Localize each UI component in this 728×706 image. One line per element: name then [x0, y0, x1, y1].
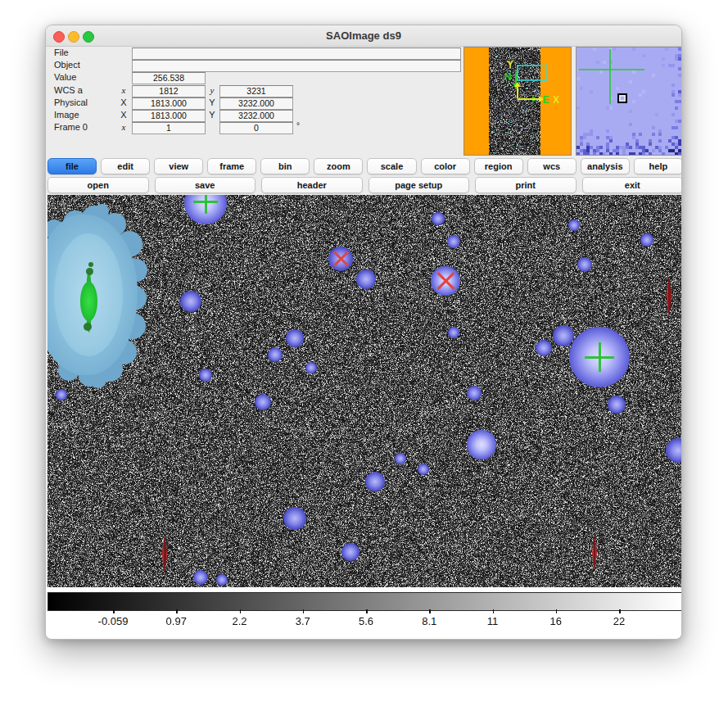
file-button-save[interactable]: save — [155, 177, 256, 193]
star — [283, 507, 306, 530]
physical-y-field[interactable]: 3232.000 — [219, 97, 293, 110]
galaxy-part — [84, 323, 92, 331]
menu-button-analysis[interactable]: analysis — [581, 158, 630, 174]
wcs-x-field[interactable]: 1812 — [132, 85, 206, 97]
desktop: SAOImage ds9 File Object Value 256.538 W… — [0, 0, 728, 706]
star — [180, 291, 201, 312]
file-menu-bar: opensaveheaderpage setupprintexit — [47, 177, 682, 193]
frame-zoom-field[interactable]: 1 — [132, 122, 206, 134]
star — [467, 386, 482, 401]
frame-angle-field[interactable]: 0 — [219, 122, 293, 134]
physical-x-label: X — [118, 97, 129, 107]
menu-button-edit[interactable]: edit — [101, 158, 150, 174]
menu-button-view[interactable]: view — [154, 158, 203, 174]
region-x-marker — [331, 249, 350, 269]
colorbar-tick — [113, 609, 115, 613]
colorbar-tick — [493, 609, 495, 613]
magnifier-crosshair-icon — [577, 48, 682, 155]
wcs-label: WCS a — [54, 85, 83, 95]
menu-button-wcs[interactable]: wcs — [527, 158, 577, 174]
image-canvas[interactable] — [47, 195, 682, 587]
wcs-y-field[interactable]: 3231 — [219, 85, 293, 97]
star — [305, 362, 317, 373]
colorbar-tick-label: 11 — [487, 615, 499, 627]
svg-text:X: X — [553, 94, 559, 106]
object-field[interactable] — [132, 60, 461, 72]
star — [536, 340, 552, 356]
panner-compass-icon: Y N E X — [464, 48, 571, 155]
colorbar[interactable] — [47, 592, 682, 611]
colorbar-tick — [240, 609, 242, 613]
colorbar-tick-label: 8.1 — [422, 615, 436, 627]
file-field[interactable] — [132, 48, 461, 60]
colorbar-tick-label: -0.059 — [98, 615, 129, 627]
file-button-open[interactable]: open — [47, 177, 149, 193]
frame-x-label: x — [118, 122, 129, 132]
star — [286, 329, 304, 347]
image-y-field[interactable]: 3232.000 — [219, 110, 293, 122]
menu-button-region[interactable]: region — [474, 158, 523, 174]
panner-panel[interactable]: Y N E X — [463, 47, 572, 156]
colorbar-tick-label: 22 — [613, 615, 625, 627]
star — [608, 396, 626, 414]
star — [365, 472, 385, 491]
image-x-field[interactable]: 1813.000 — [132, 110, 206, 122]
colorbar-tick — [176, 609, 178, 613]
star — [553, 325, 574, 346]
colorbar-tick — [619, 609, 621, 613]
file-button-print[interactable]: print — [475, 177, 577, 193]
star — [268, 347, 283, 362]
menu-button-file[interactable]: file — [47, 158, 97, 174]
physical-label: Physical — [54, 97, 88, 107]
star — [568, 219, 580, 231]
star — [448, 327, 459, 338]
galaxy-part — [80, 282, 97, 321]
svg-text:Y: Y — [507, 59, 513, 70]
wcs-y-label: y — [206, 85, 218, 95]
image-x-label: X — [118, 110, 129, 120]
colorbar-tick-label: 2.2 — [232, 615, 246, 627]
menu-button-zoom[interactable]: zoom — [314, 158, 363, 174]
ds9-window: SAOImage ds9 File Object Value 256.538 W… — [45, 25, 682, 640]
window-title: SAOImage ds9 — [46, 29, 681, 42]
menu-button-bin[interactable]: bin — [260, 158, 310, 174]
file-button-page-setup[interactable]: page setup — [369, 177, 470, 193]
file-button-exit[interactable]: exit — [582, 177, 683, 193]
menu-bar: fileeditviewframebinzoomscalecolorregion… — [47, 158, 682, 174]
colorbar-tick — [556, 609, 558, 613]
star — [341, 543, 359, 561]
titlebar[interactable]: SAOImage ds9 — [46, 25, 681, 47]
object-label: Object — [54, 60, 80, 70]
magnifier-panel[interactable] — [576, 47, 682, 156]
menu-button-help[interactable]: help — [634, 158, 682, 174]
colorbar-tick-label: 0.97 — [166, 615, 187, 627]
region-x-marker — [434, 269, 457, 292]
colorbar-tick — [303, 609, 305, 613]
colorbar-area: -0.0590.972.23.75.68.1111622 — [46, 587, 682, 640]
star — [418, 464, 429, 475]
degree-symbol: ° — [296, 121, 300, 130]
colorbar-tick — [429, 609, 431, 613]
star — [199, 369, 212, 382]
star — [216, 574, 228, 586]
star — [356, 269, 376, 289]
region-cross-marker — [193, 195, 218, 214]
star — [395, 453, 406, 464]
star — [193, 570, 208, 585]
menu-button-scale[interactable]: scale — [367, 158, 416, 174]
svg-text:E: E — [543, 94, 549, 106]
frame-label: Frame 0 — [54, 122, 88, 132]
colorbar-tick-label: 16 — [550, 615, 562, 627]
value-field[interactable]: 256.538 — [132, 72, 206, 84]
colorbar-tick-label: 3.7 — [296, 615, 310, 627]
menu-button-color[interactable]: color — [421, 158, 470, 174]
file-button-header[interactable]: header — [261, 177, 363, 193]
physical-y-label: Y — [206, 97, 218, 107]
menu-button-frame[interactable]: frame — [207, 158, 256, 174]
region-cross-marker — [585, 342, 614, 372]
star — [56, 389, 67, 401]
physical-x-field[interactable]: 1813.000 — [132, 97, 206, 110]
sky-noise — [47, 195, 682, 587]
colorbar-tick-label: 5.6 — [359, 615, 373, 627]
wcs-x-label: x — [118, 85, 129, 95]
